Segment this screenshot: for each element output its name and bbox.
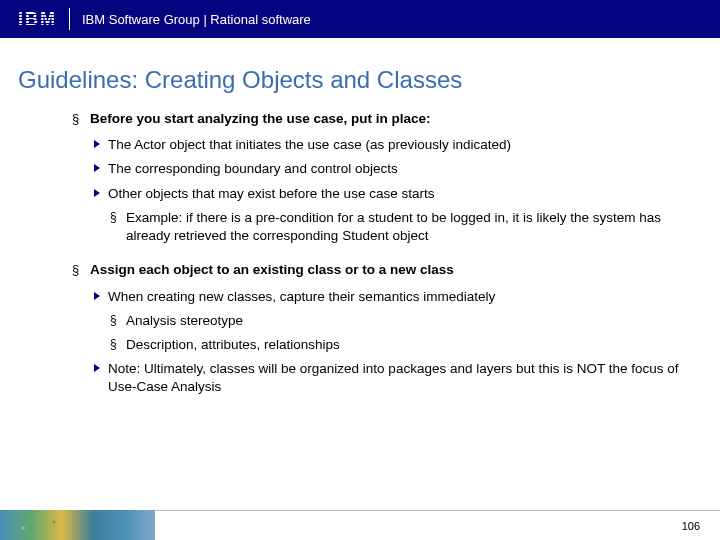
page-number: 106 xyxy=(682,520,700,532)
header-divider xyxy=(69,8,70,30)
slide-content: Before you start analyzing the use case,… xyxy=(0,104,720,397)
section-2-item-1: When creating new classes, capture their… xyxy=(108,288,680,306)
footer-right: 106 xyxy=(155,510,720,540)
section-1-item-1: The Actor object that initiates the use … xyxy=(108,136,680,154)
header-bar: IBM IBM Software Group | Rational softwa… xyxy=(0,0,720,38)
ibm-logo: IBM xyxy=(18,9,57,30)
section-2-item-1a: Analysis stereotype xyxy=(126,312,680,330)
section-1-heading: Before you start analyzing the use case,… xyxy=(90,110,680,128)
section-2-heading: Assign each object to an existing class … xyxy=(90,261,680,279)
page-title: Guidelines: Creating Objects and Classes xyxy=(0,38,720,104)
section-1-item-2: The corresponding boundary and control o… xyxy=(108,160,680,178)
footer: 106 xyxy=(0,510,720,540)
section-1-item-3-example: Example: if there is a pre-condition for… xyxy=(126,209,680,245)
section-1-item-3: Other objects that may exist before the … xyxy=(108,185,680,203)
section-2-item-1b: Description, attributes, relationships xyxy=(126,336,680,354)
header-group-text: IBM Software Group | Rational software xyxy=(82,12,311,27)
footer-decorative-strip xyxy=(0,510,155,540)
section-2-item-2: Note: Ultimately, classes will be organi… xyxy=(108,360,680,396)
